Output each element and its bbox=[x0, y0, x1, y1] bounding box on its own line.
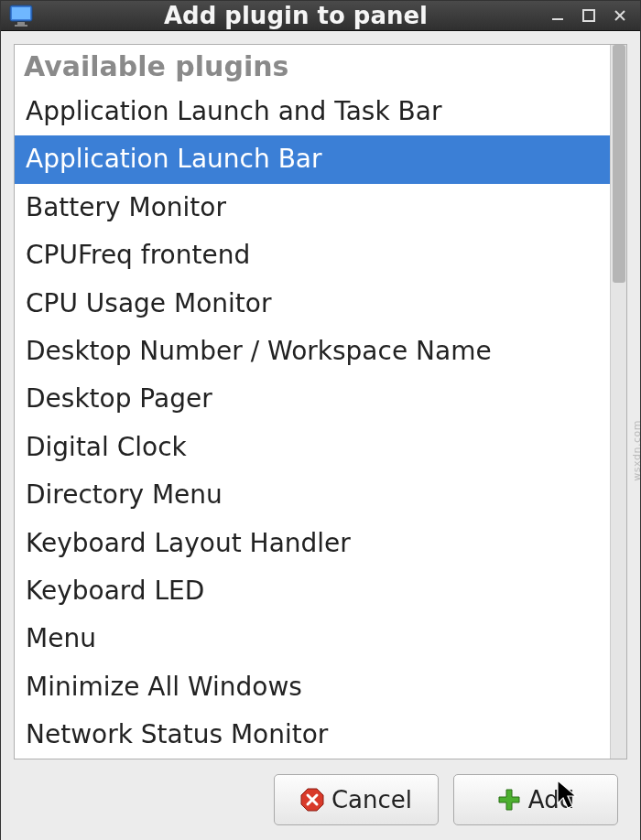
plugin-list[interactable]: Available plugins Application Launch and… bbox=[15, 45, 610, 759]
minimize-button[interactable] bbox=[549, 6, 567, 25]
cancel-icon bbox=[300, 788, 324, 812]
add-button-label: Add bbox=[528, 786, 574, 813]
plugin-list-item[interactable]: Minimize All Windows bbox=[15, 663, 610, 711]
close-button[interactable] bbox=[611, 6, 629, 25]
dialog-button-row: Cancel Add bbox=[14, 759, 627, 831]
svg-rect-2 bbox=[17, 22, 25, 25]
titlebar: Add plugin to panel bbox=[1, 1, 640, 31]
plugin-list-item[interactable]: Desktop Pager bbox=[15, 375, 610, 423]
plugin-list-item[interactable]: Menu bbox=[15, 615, 610, 662]
window-controls bbox=[549, 6, 635, 25]
scrollbar-thumb[interactable] bbox=[613, 45, 625, 283]
plugin-list-item[interactable]: Network Status Monitor bbox=[15, 711, 610, 759]
svg-rect-3 bbox=[15, 25, 27, 27]
cancel-button-label: Cancel bbox=[331, 786, 412, 813]
list-scrollbar[interactable] bbox=[610, 45, 626, 759]
plugin-list-item[interactable]: Battery Monitor bbox=[15, 184, 610, 232]
plugin-list-frame: Available plugins Application Launch and… bbox=[14, 44, 627, 759]
watermark-text: wsxdn.com bbox=[632, 420, 642, 481]
plugin-list-item[interactable]: CPU Usage Monitor bbox=[15, 280, 610, 328]
plugin-list-item[interactable]: Application Launch and Task Bar bbox=[15, 88, 610, 135]
add-button[interactable]: Add bbox=[453, 774, 618, 825]
svg-rect-1 bbox=[12, 7, 30, 19]
plugin-list-header: Available plugins bbox=[15, 45, 610, 88]
app-monitor-icon bbox=[6, 1, 36, 30]
add-icon bbox=[497, 788, 521, 812]
plugin-list-item[interactable]: CPUFreq frontend bbox=[15, 232, 610, 279]
window-title: Add plugin to panel bbox=[43, 2, 549, 29]
plugin-list-item[interactable]: Desktop Number / Workspace Name bbox=[15, 328, 610, 375]
dialog-content: Available plugins Application Launch and… bbox=[1, 31, 640, 840]
plugin-list-item[interactable]: Keyboard Layout Handler bbox=[15, 520, 610, 567]
svg-rect-5 bbox=[583, 10, 594, 21]
maximize-button[interactable] bbox=[580, 6, 598, 25]
dialog-window: Add plugin to panel Available plugins Ap… bbox=[0, 0, 641, 840]
cancel-button[interactable]: Cancel bbox=[274, 774, 439, 825]
plugin-list-item[interactable]: Keyboard LED bbox=[15, 567, 610, 615]
plugin-list-item[interactable]: Directory Menu bbox=[15, 471, 610, 519]
plugin-list-item[interactable]: Application Launch Bar bbox=[15, 135, 610, 183]
svg-rect-4 bbox=[552, 18, 563, 20]
plugin-list-item[interactable]: Digital Clock bbox=[15, 424, 610, 471]
